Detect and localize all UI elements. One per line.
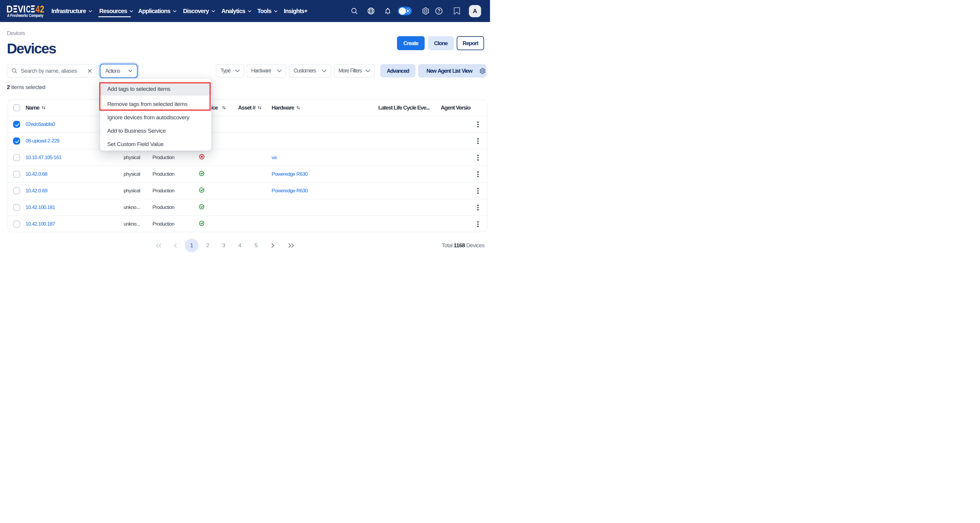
svg-text:A Freshworks Company: A Freshworks Company — [7, 13, 43, 18]
